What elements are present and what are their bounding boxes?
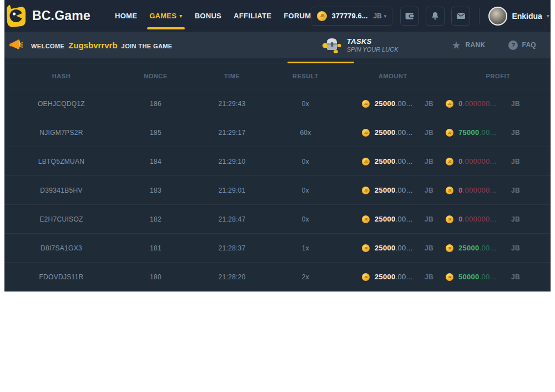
cell-time: 21:29:01 (193, 187, 271, 194)
active-tab-indicator (287, 62, 354, 63)
table-row[interactable]: E2H7CUISOZ 182 21:28:47 0x JB 25000.00..… (4, 204, 551, 233)
col-amount: AMOUNT (340, 73, 446, 79)
bets-panel: HASH NONCE TIME RESULT AMOUNT PROFIT OEH… (4, 58, 551, 292)
cell-amount: JB 25000.00... JB (340, 244, 446, 252)
chevron-down-icon: ▾ (547, 13, 549, 19)
currency-unit: JB (425, 129, 433, 137)
cell-time: 21:29:17 (193, 129, 271, 137)
currency-unit: JB (511, 158, 520, 165)
cell-profit: JB 0.000000... JB (446, 99, 551, 108)
cell-nonce: 185 (118, 129, 193, 137)
rank-label: RANK (466, 41, 486, 49)
currency-unit: JB (511, 129, 520, 137)
chevron-down-icon: ▾ (384, 13, 387, 19)
nav-games[interactable]: GAMES ▾ (149, 0, 183, 32)
table-row[interactable]: OEHJCQDQ1Z 186 21:29:43 0x JB 25000.00..… (4, 89, 551, 118)
table-body: OEHJCQDQ1Z 186 21:29:43 0x JB 25000.00..… (4, 89, 551, 291)
currency-unit: JB (425, 158, 433, 165)
currency-unit: JB (425, 215, 433, 223)
main-nav: HOME GAMES ▾ BONUS AFFILIATE FORUM (115, 0, 311, 32)
cell-result: 60x (271, 129, 340, 137)
cell-hash: FDOVDJS11R (4, 273, 118, 281)
app-window: BC.Game HOME GAMES ▾ BONUS AFFILIATE FOR… (4, 0, 551, 292)
treasure-chest-icon (322, 37, 341, 53)
cell-nonce: 183 (118, 187, 193, 194)
cell-profit: JB 25000.00... JB (446, 244, 551, 252)
nav-bonus[interactable]: BONUS (195, 0, 221, 32)
col-hash: HASH (4, 73, 118, 79)
coin-icon: JB (446, 273, 453, 281)
top-navbar: BC.Game HOME GAMES ▾ BONUS AFFILIATE FOR… (4, 0, 551, 32)
messages-button[interactable] (451, 7, 470, 26)
logo-text: BC.Game (32, 8, 90, 23)
cell-time: 21:29:10 (193, 158, 271, 165)
tab-separator (4, 63, 551, 63)
welcome-message: WELCOME Zugsbvrrvrb JOIN THE GAME (31, 41, 173, 50)
cell-nonce: 186 (118, 100, 193, 108)
coin-icon: JB (362, 273, 370, 281)
coin-icon: JB (362, 129, 370, 137)
col-nonce: NONCE (118, 73, 193, 79)
cell-hash: NJIGM7PS2R (4, 129, 118, 137)
faq-link[interactable]: ? FAQ (508, 41, 536, 50)
cell-nonce: 184 (118, 158, 193, 165)
coin-icon: JB (362, 187, 370, 194)
currency-unit: JB (425, 273, 433, 281)
currency-unit: JB (425, 244, 433, 252)
table-row[interactable]: LBTQ5ZMUAN 184 21:29:10 0x JB 25000.00..… (4, 147, 551, 175)
coin-icon: JB (362, 158, 370, 165)
col-time: TIME (193, 73, 271, 79)
currency-unit: JB (511, 273, 520, 281)
logo[interactable]: BC.Game (6, 4, 90, 28)
nav-affiliate[interactable]: AFFILIATE (234, 0, 271, 32)
cell-result: 0x (271, 215, 340, 223)
table-row[interactable]: D8I7SA1GX3 181 21:28:37 1x JB 25000.00..… (4, 233, 551, 262)
user-menu[interactable]: Enkidua ▾ (488, 7, 549, 26)
wallet-button[interactable] (400, 7, 419, 26)
username: Enkidua (512, 12, 542, 21)
cell-profit: JB 0.000000... JB (446, 157, 551, 165)
coin-icon: JB (446, 215, 453, 223)
cell-result: 2x (271, 273, 340, 281)
table-row[interactable]: NJIGM7PS2R 185 21:29:17 60x JB 25000.00.… (4, 118, 551, 147)
cell-nonce: 181 (118, 244, 193, 252)
cell-result: 0x (271, 187, 340, 194)
tasks-widget[interactable]: TASKS SPIN YOUR LUCK (322, 37, 398, 53)
coin-icon: JB (446, 129, 453, 137)
balance-value: 377779.6... (331, 12, 367, 20)
cell-time: 21:28:47 (193, 215, 271, 223)
rank-link[interactable]: ★ RANK (452, 40, 486, 51)
megaphone-icon (9, 38, 23, 52)
nav-forum[interactable]: FORUM (284, 0, 311, 32)
coin-icon: JB (317, 11, 327, 21)
coin-icon: JB (362, 244, 370, 252)
notifications-button[interactable] (426, 7, 445, 26)
coin-icon: JB (446, 158, 453, 165)
bell-icon (430, 11, 440, 21)
star-icon: ★ (452, 40, 461, 51)
cell-amount: JB 25000.00... JB (340, 99, 446, 108)
table-row[interactable]: FDOVDJS11R 180 21:28:20 2x JB 25000.00..… (4, 262, 551, 291)
nav-home[interactable]: HOME (115, 0, 137, 32)
cell-hash: D39341B5HV (4, 187, 118, 194)
cell-profit: JB 0.000000... JB (446, 186, 551, 194)
mail-icon (456, 11, 466, 21)
welcome-username[interactable]: Zugsbvrrvrb (68, 41, 117, 50)
currency-unit: JB (511, 187, 520, 194)
welcome-prefix: WELCOME (31, 43, 64, 49)
avatar (488, 7, 507, 26)
table-row[interactable]: D39341B5HV 183 21:29:01 0x JB 25000.00..… (4, 175, 551, 204)
wallet-icon (405, 11, 415, 21)
cell-profit: JB 50000.00... JB (446, 273, 551, 281)
cell-amount: JB 25000.00... JB (340, 273, 446, 281)
cell-hash: OEHJCQDQ1Z (4, 100, 118, 108)
coin-icon: JB (446, 100, 453, 108)
col-profit: PROFIT (446, 73, 551, 79)
currency-unit: JB (511, 244, 520, 252)
balance-selector[interactable]: JB 377779.6... JB ▾ (311, 7, 392, 26)
coin-icon: JB (446, 187, 453, 194)
cell-hash: LBTQ5ZMUAN (4, 158, 118, 165)
welcome-suffix: JOIN THE GAME (122, 43, 173, 49)
tasks-title: TASKS (347, 37, 398, 46)
cell-nonce: 182 (118, 215, 193, 223)
